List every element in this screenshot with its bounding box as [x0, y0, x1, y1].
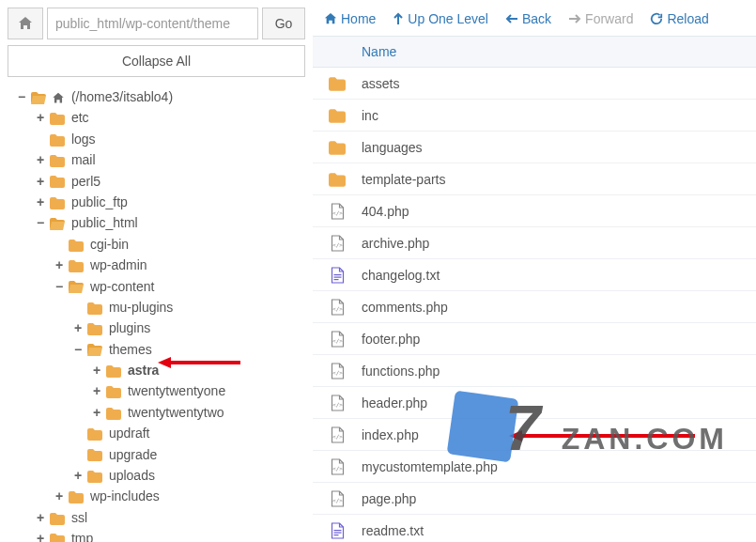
- file-row[interactable]: </>functions.php: [313, 355, 756, 387]
- svg-rect-3: [333, 276, 341, 277]
- home-link[interactable]: Home: [324, 11, 376, 26]
- folder-icon: [50, 134, 65, 147]
- tree-item-astra[interactable]: astra: [128, 363, 159, 378]
- svg-rect-4: [333, 279, 338, 280]
- arrow-right-icon: [568, 13, 581, 24]
- svg-text:</>: </>: [332, 369, 343, 376]
- file-name: inc: [362, 108, 378, 123]
- file-row[interactable]: inc: [313, 100, 756, 132]
- tree-item-wp-content[interactable]: wp-content: [90, 279, 154, 294]
- toggle-icon[interactable]: +: [53, 486, 66, 506]
- toggle-icon[interactable]: −: [34, 212, 47, 233]
- toggle-icon[interactable]: +: [34, 528, 47, 542]
- toggle-icon[interactable]: +: [90, 380, 103, 401]
- svg-text:</>: </>: [332, 465, 343, 472]
- file-row[interactable]: </>page.php: [313, 483, 756, 515]
- folder-icon: [87, 428, 102, 441]
- folder-icon: [50, 197, 65, 209]
- toggle-icon[interactable]: +: [34, 171, 47, 192]
- txt-icon: [313, 266, 362, 284]
- tree-item-uploads[interactable]: uploads: [109, 468, 155, 483]
- php-icon: </>: [313, 426, 362, 443]
- collapse-all-button[interactable]: Collapse All: [8, 45, 305, 77]
- tree-item-public-ftp[interactable]: public_ftp: [71, 194, 128, 209]
- file-row[interactable]: changelog.txt: [313, 259, 756, 291]
- folder-icon: [87, 323, 102, 335]
- file-row[interactable]: </>mycustomtemplate.php: [313, 451, 756, 483]
- tree-item-public-html[interactable]: public_html: [71, 215, 138, 230]
- file-row[interactable]: template-parts: [313, 163, 756, 195]
- home-icon: [18, 16, 33, 31]
- file-name: index.php: [362, 427, 419, 442]
- tree-item-ssl[interactable]: ssl: [71, 510, 87, 525]
- toggle-icon[interactable]: +: [34, 107, 47, 128]
- file-row[interactable]: assets: [313, 68, 756, 100]
- folder-open-icon: [50, 218, 65, 230]
- toggle-icon[interactable]: +: [71, 465, 85, 486]
- folder-open-icon: [87, 344, 102, 356]
- file-row[interactable]: </>index.php: [313, 419, 756, 451]
- txt-icon: [313, 521, 362, 539]
- toggle-icon[interactable]: −: [53, 276, 66, 297]
- tree-item-updraft[interactable]: updraft: [109, 426, 150, 441]
- tree-item-perl5[interactable]: perl5: [71, 174, 100, 189]
- svg-text:</>: </>: [332, 337, 343, 344]
- go-button[interactable]: Go: [262, 8, 305, 39]
- toggle-icon[interactable]: +: [71, 317, 85, 338]
- tree-item-wp-includes[interactable]: wp-includes: [90, 488, 160, 503]
- file-row[interactable]: </>404.php: [313, 195, 756, 227]
- tree-item-etc[interactable]: etc: [71, 110, 89, 125]
- file-row[interactable]: readme.txt: [313, 515, 756, 542]
- folder-icon: [313, 139, 362, 156]
- svg-text:</>: </>: [332, 209, 343, 216]
- file-row[interactable]: </>footer.php: [313, 323, 756, 355]
- toggle-icon[interactable]: +: [53, 255, 66, 275]
- tree-item-logs[interactable]: logs: [71, 132, 96, 147]
- folder-icon: [106, 408, 121, 420]
- up-one-level-link[interactable]: Up One Level: [393, 11, 488, 26]
- php-icon: </>: [313, 457, 362, 475]
- tree-item-mu-plugins[interactable]: mu-plugins: [109, 300, 173, 315]
- reload-icon: [650, 12, 663, 25]
- tree-item-themes[interactable]: themes: [109, 342, 152, 357]
- home-icon: [52, 92, 65, 104]
- file-name: changelog.txt: [362, 268, 440, 283]
- toggle-icon[interactable]: +: [34, 192, 47, 212]
- tree-item-tmp[interactable]: tmp: [71, 531, 93, 542]
- tree-item-upgrade[interactable]: upgrade: [109, 447, 157, 462]
- toggle-icon[interactable]: −: [71, 339, 85, 360]
- tree-item-mail[interactable]: mail: [71, 152, 96, 167]
- tree-item-tw22[interactable]: twentytwentytwo: [128, 405, 224, 420]
- folder-icon: [87, 302, 102, 315]
- toggle-icon[interactable]: −: [15, 86, 28, 107]
- tree-root[interactable]: (/home3/itsablo4): [71, 89, 173, 104]
- up-arrow-icon: [393, 12, 404, 25]
- file-row[interactable]: </>comments.php: [313, 291, 756, 323]
- file-row[interactable]: languages: [313, 132, 756, 163]
- reload-link[interactable]: Reload: [650, 11, 708, 26]
- home-path-button[interactable]: [8, 8, 43, 39]
- php-icon: </>: [313, 394, 362, 411]
- toggle-icon[interactable]: +: [34, 507, 47, 528]
- column-name[interactable]: Name: [362, 44, 396, 59]
- path-input[interactable]: [47, 8, 258, 39]
- tree-item-cgi-bin[interactable]: cgi-bin: [90, 237, 129, 252]
- file-name: template-parts: [362, 172, 445, 187]
- file-list: assetsinclanguagestemplate-parts</>404.p…: [313, 68, 756, 542]
- file-name: mycustomtemplate.php: [362, 459, 498, 474]
- tree-item-wp-admin[interactable]: wp-admin: [90, 257, 147, 272]
- tree-item-tw21[interactable]: twentytwentyone: [128, 383, 225, 398]
- back-link[interactable]: Back: [505, 11, 551, 26]
- toggle-icon[interactable]: +: [90, 360, 103, 380]
- file-name: page.php: [362, 491, 416, 506]
- toggle-icon[interactable]: +: [90, 402, 103, 423]
- file-row[interactable]: </>header.php: [313, 387, 756, 419]
- file-row[interactable]: </>archive.php: [313, 227, 756, 259]
- php-icon: </>: [313, 489, 362, 507]
- toolbar: Home Up One Level Back Forward Reload: [313, 8, 756, 36]
- home-icon: [324, 12, 337, 25]
- toggle-icon[interactable]: +: [34, 149, 47, 170]
- table-header: Name: [313, 36, 756, 68]
- tree-item-plugins[interactable]: plugins: [109, 320, 150, 335]
- folder-icon: [69, 491, 84, 503]
